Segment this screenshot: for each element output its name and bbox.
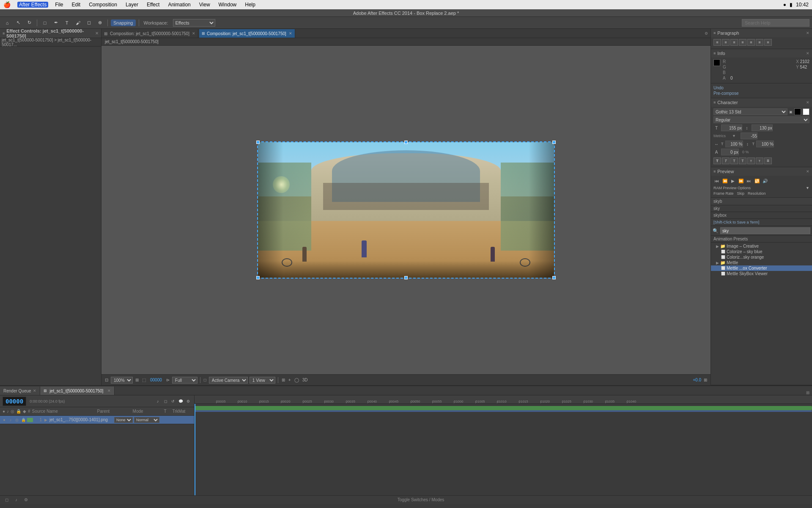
effect-menu[interactable]: Effect <box>145 2 161 8</box>
justify-right-btn[interactable]: ≡ <box>756 39 763 46</box>
composition-menu[interactable]: Composition <box>87 2 119 8</box>
file-colorize-orange[interactable]: ⬜ Coloriz...sky orange <box>711 254 812 260</box>
comp-tl-close[interactable]: ✕ <box>107 389 111 393</box>
align-center-btn[interactable]: ≡ <box>722 39 730 46</box>
comp-tab2[interactable]: Composition: jet_sc1_t[5000000-5001750] <box>207 31 286 36</box>
ram-dropdown[interactable]: ▼ <box>806 186 809 190</box>
go-start-btn[interactable]: ⏮ <box>713 177 720 184</box>
character-close[interactable]: ✕ <box>806 100 809 105</box>
layer-parent-select[interactable]: None <box>114 417 133 423</box>
guide-btn[interactable]: + <box>288 378 292 382</box>
step-fwd-btn[interactable]: ⏩ <box>738 177 744 184</box>
mute-btn[interactable]: 🔊 <box>762 177 768 184</box>
text-tool[interactable]: T <box>62 19 71 27</box>
grid-btn[interactable]: ⊞ <box>281 378 286 382</box>
edit-menu[interactable]: Edit <box>70 2 82 8</box>
comp-tab2-close[interactable]: ✕ <box>289 31 292 36</box>
layer-row-1[interactable]: ● ♪ ◎ 🔒 1 ▶ jet_sc1_...750][0000-1401].p… <box>0 416 194 424</box>
scale-h-input[interactable] <box>725 141 743 147</box>
justify-btn[interactable]: ≡ <box>739 39 746 46</box>
italic-btn[interactable]: T <box>722 157 730 164</box>
search-magnifier-btn[interactable]: 🔍 <box>713 228 719 234</box>
align-left-btn[interactable]: ≡ <box>713 39 721 46</box>
puppet-tool[interactable]: ⊕ <box>95 19 104 27</box>
layer-lock-btn[interactable]: 🔒 <box>21 417 26 422</box>
help-menu[interactable]: Help <box>243 2 257 8</box>
info-header[interactable]: ≡ Info ✕ <box>711 49 812 58</box>
eraser-tool[interactable]: ◻ <box>84 19 93 27</box>
camera-select[interactable]: Active Camera Camera 1 Top Front <box>209 377 248 384</box>
tl-timecode[interactable]: 00000 <box>3 397 26 406</box>
scale-v-input[interactable] <box>756 141 774 147</box>
shape-tool[interactable]: □ <box>40 19 49 27</box>
quality-select[interactable]: Full Half Quarter <box>172 377 198 384</box>
toggle-switches-label[interactable]: Toggle Switches / Modes <box>398 497 444 502</box>
mask-btn[interactable]: ◯ <box>294 378 300 382</box>
region-btn[interactable]: ⬚ <box>141 378 147 382</box>
tl-comment-btn[interactable]: 💬 <box>177 398 184 405</box>
strikethrough-btn[interactable]: T <box>764 157 772 164</box>
paragraph-header[interactable]: ≡ Paragraph ✕ <box>711 29 812 37</box>
file-mettle-skybox[interactable]: ⬜ Mettle SkyBox Viewer <box>711 271 812 276</box>
justify-force-btn[interactable]: ≡ <box>764 39 772 46</box>
alpha-btn[interactable]: □ <box>203 378 207 382</box>
track-bar-1[interactable] <box>195 406 812 410</box>
home-btn[interactable]: ⌂ <box>3 19 12 27</box>
3d-btn[interactable]: 3D <box>302 378 309 382</box>
file-mettle-converter[interactable]: ⬜ Mettle ...ox Converter <box>711 265 812 271</box>
apple-menu[interactable]: 🍎 <box>3 1 11 8</box>
file-menu[interactable]: File <box>53 2 65 8</box>
track-bar-audio[interactable] <box>195 410 812 412</box>
expand-btn[interactable]: ⊞ <box>703 378 708 382</box>
layer-vis-btn[interactable]: ● <box>2 417 7 422</box>
super-btn[interactable]: T <box>747 157 755 164</box>
loop-btn[interactable]: 🔁 <box>754 177 760 184</box>
view-menu[interactable]: View <box>198 2 212 8</box>
play-btn[interactable]: ▶ <box>730 177 736 184</box>
layer-switch-btn[interactable]: ◻ <box>3 497 10 502</box>
font-style-select[interactable]: Regular Bold Italic <box>713 116 809 123</box>
settings-btn[interactable]: ⚙ <box>22 497 30 502</box>
justify-all-btn[interactable]: ≡ <box>747 39 755 46</box>
comp-timeline-tab[interactable]: ⊞ jet_sc1_t[5000000-5001750] ✕ <box>40 387 115 395</box>
search-help-input[interactable] <box>742 19 809 27</box>
render-queue-close[interactable]: ✕ <box>33 389 36 393</box>
sky-option-1[interactable]: skyb <box>713 199 722 204</box>
preview-menu-icon[interactable]: ≡ <box>713 169 716 174</box>
go-end-btn[interactable]: ⏭ <box>746 177 752 184</box>
font-select[interactable]: Gothic 13 Std <box>713 108 787 115</box>
workspace-select[interactable]: Effects Standard Animation Text Motion T… <box>173 19 215 27</box>
tl-ruler[interactable]: 00005 00010 00015 00020 00025 00030 0003… <box>195 395 812 404</box>
folder-mettle[interactable]: ▶ 📁 Mettle <box>711 260 812 265</box>
preview-header[interactable]: ≡ Preview ✕ <box>711 167 812 176</box>
render-btn[interactable]: ⊳ <box>165 378 170 382</box>
paragraph-close[interactable]: ✕ <box>806 31 809 35</box>
layer-expand-btn[interactable]: ▶ <box>43 417 48 422</box>
zoom-select[interactable]: 100% 50% 200% Fit <box>111 377 133 384</box>
para-menu-icon[interactable]: ≡ <box>713 31 716 35</box>
info-color-swatch[interactable] <box>713 59 720 66</box>
layer-menu[interactable]: Layer <box>124 2 140 8</box>
sky-option-3[interactable]: skybox <box>713 213 727 218</box>
char-menu-icon[interactable]: ≡ <box>713 100 716 105</box>
tl-settings-btn[interactable]: ⚙ <box>185 398 192 405</box>
snap-btn[interactable]: ⊞ <box>134 378 140 382</box>
precompose-link[interactable]: Pre-compose <box>713 91 809 96</box>
always-preview-btn[interactable]: ⊡ <box>104 378 109 382</box>
animation-menu[interactable]: Animation <box>166 2 192 8</box>
brush-tool[interactable]: 🖌 <box>73 19 82 27</box>
char-stroke-swatch[interactable] <box>803 108 809 115</box>
window-menu[interactable]: Window <box>217 2 239 8</box>
rotation-tool[interactable]: ↻ <box>25 19 34 27</box>
tl-audio-btn[interactable]: ♪ <box>154 398 161 405</box>
arrow-tool[interactable]: ↖ <box>14 19 23 27</box>
baseline-input[interactable] <box>721 149 739 155</box>
leading-input[interactable] <box>752 124 773 131</box>
snapping-label[interactable]: Snapping <box>111 19 136 26</box>
layer-audio-btn[interactable]: ♪ <box>8 417 13 422</box>
pen-tool[interactable]: ✒ <box>51 19 60 27</box>
comp-tab1[interactable]: Composition: jet_sc1_t[5000000-5001750] <box>107 31 192 36</box>
char-fill-swatch[interactable] <box>794 108 801 115</box>
comp-tab1-close[interactable]: ✕ <box>192 31 195 36</box>
info-close[interactable]: ✕ <box>806 51 809 55</box>
